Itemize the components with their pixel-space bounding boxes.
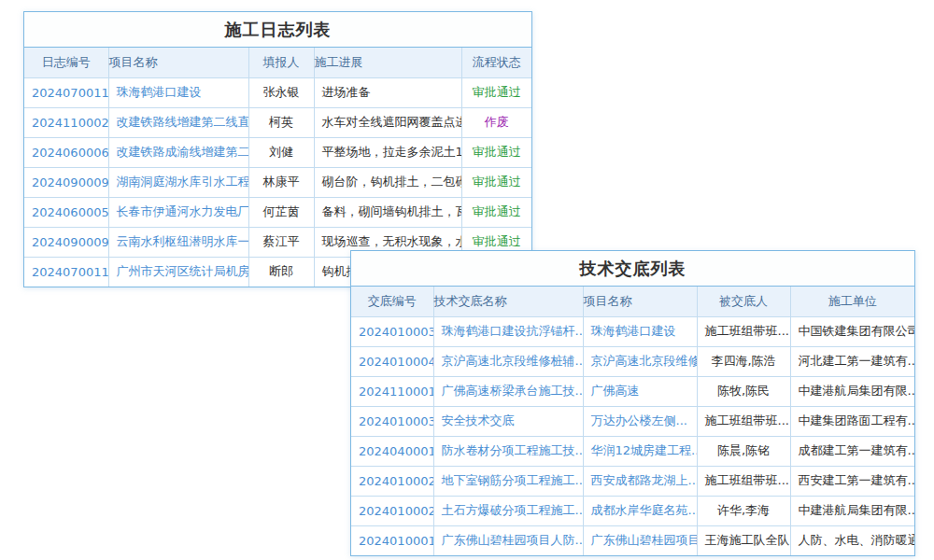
cell: 施工班组带班... [697,466,790,496]
cell: 陈牧,陈民 [697,376,790,406]
cell-link[interactable]: 2024010003 [351,316,433,346]
cell-link[interactable]: 广州市天河区统计局机房... [108,257,248,287]
cell-link[interactable]: 珠海鹤港口建设 [108,77,248,107]
cell-link[interactable]: 改建铁路成渝线增建第二... [108,137,248,167]
column-header: 项目名称 [583,287,697,316]
table-row: 2024090009湖南洞庭湖水库引水工程...林康平砌台阶，钩机排土，二包砌.… [24,167,531,197]
status-cell: 作废 [461,107,531,137]
cell-link[interactable]: 改建铁路线增建第二线直... [108,107,248,137]
status-cell: 审批通过 [461,137,531,167]
cell: 进场准备 [314,77,461,107]
cell-link[interactable]: 珠海鹤港口建设 [583,316,697,346]
column-header: 施工单位 [790,287,914,316]
table-row: 2024010004京沪高速北京段维修桩辅...京沪高速北京段维修李四海,陈浩河… [351,346,914,376]
column-header: 流程状态 [461,48,531,77]
cell: 备料，砌间墙钩机排土，瓦... [314,197,461,227]
cell-link[interactable]: 广佛高速桥梁承台施工技... [433,376,583,406]
construction-log-header-row: 日志编号项目名称填报人施工进展流程状态 [24,48,531,77]
table-row: 2024060006改建铁路成渝线增建第二...刘健平整场地，拉走多余泥土15.… [24,137,531,167]
cell: 成都建工第一建筑有... [790,436,914,466]
cell-link[interactable]: 云南水利枢纽潜明水库一... [108,227,248,257]
cell: 林康平 [248,167,314,197]
column-header: 施工进展 [314,48,461,77]
construction-log-title: 施工日志列表 [24,12,531,48]
status-cell: 审批通过 [461,197,531,227]
table-row: 2024010002地下室钢筋分项工程施工...西安成都路龙湖上...施工班组带… [351,466,914,496]
cell-link[interactable]: 安全技术交底 [433,406,583,436]
cell: 中建集团路面工程有... [790,406,914,436]
cell: 中建港航局集团有限... [790,376,914,406]
table-row: 2024110001广佛高速桥梁承台施工技...广佛高速陈牧,陈民中建港航局集团… [351,376,914,406]
cell-link[interactable]: 京沪高速北京段维修 [583,346,697,376]
cell-link[interactable]: 成都水岸华庭名苑... [583,496,697,525]
cell-link[interactable]: 珠海鹤港口建设抗浮锚杆... [433,316,583,346]
tech-disclosure-header-row: 交底编号技术交底名称项目名称被交底人施工单位 [351,287,914,316]
cell-link[interactable]: 湖南洞庭湖水库引水工程... [108,167,248,197]
cell: 中国铁建集团有限公司 [790,316,914,346]
column-header: 交底编号 [351,287,433,316]
cell-link[interactable]: 2024010002 [351,466,433,496]
cell: 柯英 [248,107,314,137]
cell: 李四海,陈浩 [697,346,790,376]
cell-link[interactable]: 2024090009 [24,227,108,257]
construction-log-panel: 施工日志列表 日志编号项目名称填报人施工进展流程状态 2024070011珠海鹤… [23,11,532,287]
cell-link[interactable]: 长春市伊通河水力发电厂... [108,197,248,227]
tech-disclosure-table: 交底编号技术交底名称项目名称被交底人施工单位 2024010003珠海鹤港口建设… [351,287,914,555]
cell: 水车对全线遮阳网覆盖点进... [314,107,461,137]
table-row: 2024040001防水卷材分项工程施工技...华润12城房建工程...陈晨,陈… [351,436,914,466]
cell: 施工班组带班... [697,406,790,436]
cell: 陈晨,陈铭 [697,436,790,466]
cell-link[interactable]: 防水卷材分项工程施工技... [433,436,583,466]
cell-link[interactable]: 广东佛山碧桂园项目人防... [433,525,583,555]
cell-link[interactable]: 地下室钢筋分项工程施工... [433,466,583,496]
cell-link[interactable]: 西安成都路龙湖上... [583,466,697,496]
column-header: 填报人 [248,48,314,77]
cell-link[interactable]: 2024110001 [351,376,433,406]
cell: 施工班组带班... [697,316,790,346]
cell: 何芷茵 [248,197,314,227]
cell-link[interactable]: 2024010002 [351,496,433,525]
cell-link[interactable]: 京沪高速北京段维修桩辅... [433,346,583,376]
table-row: 2024010001广东佛山碧桂园项目人防...广东佛山碧桂园项目王海施工队全队… [351,525,914,555]
cell-link[interactable]: 华润12城房建工程... [583,436,697,466]
cell-link[interactable]: 2024010004 [351,346,433,376]
cell: 蔡江平 [248,227,314,257]
cell-link[interactable]: 土石方爆破分项工程施工... [433,496,583,525]
cell: 刘健 [248,137,314,167]
column-header: 技术交底名称 [433,287,583,316]
status-cell: 审批通过 [461,167,531,197]
cell: 断郎 [248,257,314,287]
tech-disclosure-panel: 技术交底列表 交底编号技术交底名称项目名称被交底人施工单位 2024010003… [350,250,915,556]
cell-link[interactable]: 万达办公楼左侧... [583,406,697,436]
status-cell: 审批通过 [461,77,531,107]
cell-link[interactable]: 2024040001 [351,436,433,466]
tech-disclosure-title: 技术交底列表 [351,251,914,287]
cell-link[interactable]: 广东佛山碧桂园项目 [583,525,697,555]
cell-link[interactable]: 2024060005 [24,197,108,227]
cell-link[interactable]: 2024010001 [351,525,433,555]
cell-link[interactable]: 2024060006 [24,137,108,167]
table-row: 2024010003安全技术交底万达办公楼左侧...施工班组带班...中建集团路… [351,406,914,436]
table-row: 2024070011珠海鹤港口建设张永银进场准备审批通过 [24,77,531,107]
tech-disclosure-body: 2024010003珠海鹤港口建设抗浮锚杆...珠海鹤港口建设施工班组带班...… [351,316,914,555]
cell-link[interactable]: 2024010003 [351,406,433,436]
cell: 平整场地，拉走多余泥土15... [314,137,461,167]
cell-link[interactable]: 2024110002 [24,107,108,137]
cell: 许华,李海 [697,496,790,525]
column-header: 日志编号 [24,48,108,77]
table-row: 2024060005长春市伊通河水力发电厂...何芷茵备料，砌间墙钩机排土，瓦.… [24,197,531,227]
cell-link[interactable]: 广佛高速 [583,376,697,406]
table-row: 2024010003珠海鹤港口建设抗浮锚杆...珠海鹤港口建设施工班组带班...… [351,316,914,346]
cell-link[interactable]: 2024070011 [24,257,108,287]
cell: 西安建工第一建筑有... [790,466,914,496]
cell: 王海施工队全队 [697,525,790,555]
cell: 张永银 [248,77,314,107]
cell-link[interactable]: 2024090009 [24,167,108,197]
cell: 中建港航局集团有限... [790,496,914,525]
column-header: 项目名称 [108,48,248,77]
table-row: 2024010002土石方爆破分项工程施工...成都水岸华庭名苑...许华,李海… [351,496,914,525]
cell: 河北建工第一建筑有... [790,346,914,376]
cell-link[interactable]: 2024070011 [24,77,108,107]
cell: 砌台阶，钩机排土，二包砌... [314,167,461,197]
column-header: 被交底人 [697,287,790,316]
